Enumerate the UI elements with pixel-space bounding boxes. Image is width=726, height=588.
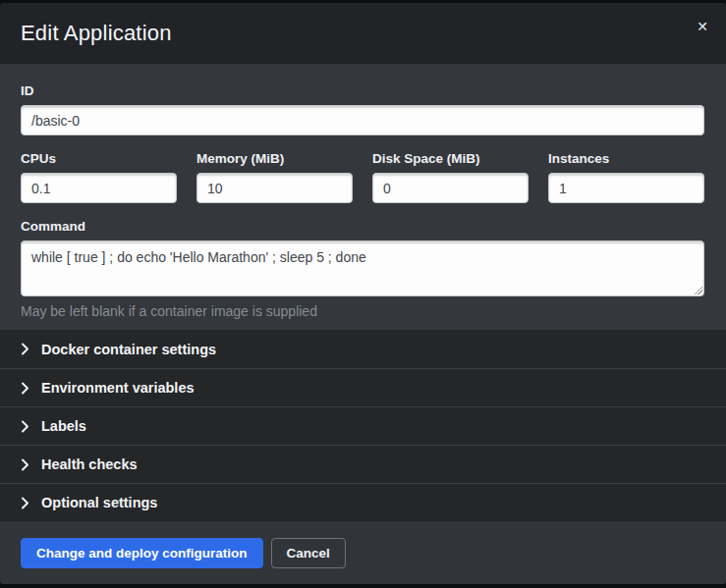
id-field-group: ID [21, 83, 704, 135]
disk-label: Disk Space (MiB) [372, 151, 529, 166]
chevron-right-icon [21, 497, 29, 509]
section-environment-variables[interactable]: Environment variables [0, 368, 726, 406]
section-label: Health checks [41, 456, 138, 472]
instances-input[interactable] [548, 173, 704, 203]
chevron-right-icon [21, 382, 29, 395]
command-field-group: Command while [ true ] ; do echo 'Hello … [21, 219, 704, 319]
instances-label: Instances [548, 151, 704, 166]
disk-input[interactable] [372, 173, 529, 203]
command-label: Command [21, 219, 704, 234]
chevron-right-icon [21, 420, 29, 433]
cpus-input[interactable] [21, 173, 177, 203]
command-help-text: May be left blank if a container image i… [21, 303, 704, 319]
chevron-right-icon [21, 343, 29, 355]
id-input[interactable] [21, 105, 704, 135]
section-label: Docker container settings [41, 342, 216, 357]
section-docker-container-settings[interactable]: Docker container settings [0, 330, 726, 368]
edit-application-form: ID CPUs Memory (MiB) Disk Space (MiB) In… [0, 64, 726, 330]
section-label: Environment variables [41, 380, 195, 396]
resources-row: CPUs Memory (MiB) Disk Space (MiB) Insta… [21, 151, 704, 203]
modal-header: Edit Application ✕ [0, 3, 726, 64]
section-health-checks[interactable]: Health checks [0, 445, 726, 483]
close-icon[interactable]: ✕ [695, 18, 710, 35]
cpus-field-group: CPUs [21, 151, 177, 203]
chevron-right-icon [21, 458, 29, 471]
section-label: Labels [41, 418, 86, 434]
command-textarea[interactable]: while [ true ] ; do echo 'Hello Marathon… [21, 241, 704, 296]
memory-field-group: Memory (MiB) [196, 151, 353, 203]
modal-title: Edit Application [21, 21, 172, 46]
memory-input[interactable] [196, 173, 353, 203]
memory-label: Memory (MiB) [196, 151, 353, 166]
id-label: ID [21, 83, 704, 98]
section-optional-settings[interactable]: Optional settings [0, 483, 726, 521]
instances-field-group: Instances [548, 151, 704, 203]
collapsible-sections: Docker container settings Environment va… [0, 330, 726, 521]
modal-footer: Change and deploy configuration Cancel [0, 521, 726, 584]
cancel-button[interactable]: Cancel [271, 538, 346, 568]
section-label: Optional settings [41, 495, 157, 510]
cpus-label: CPUs [21, 151, 177, 166]
section-labels[interactable]: Labels [0, 406, 726, 445]
edit-application-modal: Edit Application ✕ ID CPUs Memory (MiB) … [0, 3, 726, 584]
change-and-deploy-button[interactable]: Change and deploy configuration [21, 538, 263, 568]
disk-field-group: Disk Space (MiB) [372, 151, 529, 203]
